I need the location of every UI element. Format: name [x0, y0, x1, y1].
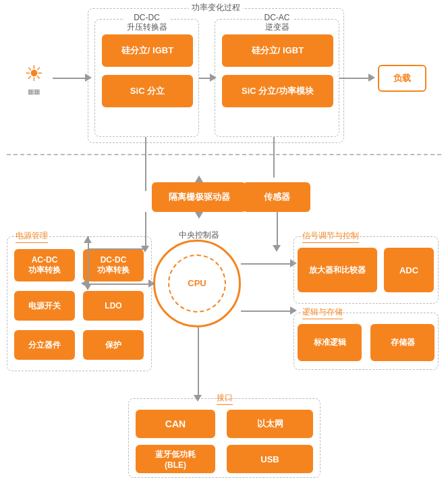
interface-ble: 蓝牙低功耗(BLE)	[136, 445, 215, 473]
pm-box-acdc: AC-DC功率转换	[14, 249, 75, 281]
dc-ac-box1: 硅分立/ IGBT	[222, 34, 333, 67]
power-mgmt-container: 电源管理 AC-DC功率转换 DC-DC功率转换 电源开关 LDO 分立器件 保…	[7, 236, 152, 371]
cpu-circle: CPU	[153, 240, 241, 327]
arrowhead-gate-pm	[141, 246, 149, 252]
power-conversion-label: 功率变化过程	[189, 2, 243, 14]
logic-storage-box: 存储器	[370, 324, 435, 361]
dc-dc-box2: SiC 分立	[102, 75, 193, 107]
load-box: 负载	[378, 65, 426, 92]
arrow-v-left-down	[145, 137, 146, 191]
dc-dc-box1: 硅分立/ IGBT	[102, 34, 193, 67]
arrow-gate-pm	[145, 212, 146, 249]
arrowhead-gate-up	[195, 176, 203, 182]
pm-box-dcdc: DC-DC功率转换	[83, 249, 144, 281]
arrow-cpu-logic	[241, 310, 295, 312]
dc-ac-container: DC-AC逆变器 硅分立/ IGBT SiC 分立/功率模块	[215, 19, 339, 137]
arrow-sensor-down	[277, 212, 278, 249]
arrow-pm-left-v	[88, 236, 89, 287]
dc-dc-container: DC-DC升压转换器 硅分立/ IGBT SiC 分立	[94, 19, 199, 137]
pm-box-ldo: LDO	[83, 291, 144, 321]
arrow-gate-pm-h	[88, 248, 145, 250]
arrow-v-right-down	[273, 137, 275, 178]
logic-container: 逻辑与存储 标准逻辑 存储器	[293, 313, 439, 370]
power-mgmt-label: 电源管理	[16, 230, 48, 243]
arrowhead-dcdc-dcac	[210, 74, 217, 82]
logic-std-box: 标准逻辑	[298, 324, 362, 361]
arrowhead-solar-dc	[85, 74, 92, 82]
arrow-cpu-interface	[198, 327, 199, 398]
gate-driver-box: 隔离栅极驱动器	[152, 182, 246, 212]
separator-line	[7, 154, 441, 155]
signal-amp-box: 放大器和比较器	[298, 248, 377, 292]
arrowhead-sensor-cpu	[273, 245, 281, 252]
signal-container: 信号调节与控制 放大器和比较器 ADC	[293, 236, 439, 304]
interface-usb: USB	[227, 445, 313, 473]
pm-box-protect: 保护	[83, 330, 144, 360]
pm-box-discrete: 分立器件	[14, 330, 75, 360]
arrowhead-dcac-load	[368, 74, 375, 82]
interface-eth: 以太网	[227, 410, 313, 438]
cpu-inner: CPU	[168, 254, 227, 313]
arrowhead-cpu-interface	[194, 395, 202, 402]
signal-label: 信号调节与控制	[302, 230, 359, 243]
arrowhead-gate-down	[195, 212, 203, 219]
cpu-label: CPU	[188, 278, 206, 288]
interface-container: 接口 CAN 以太网 蓝牙低功耗(BLE) USB	[128, 398, 320, 478]
arrowhead-pm-up	[84, 236, 92, 243]
pm-box-switch: 电源开关	[14, 291, 75, 321]
main-diagram: 功率变化过程 DC-DC升压转换器 硅分立/ IGBT SiC 分立 DC-AC…	[0, 0, 448, 486]
interface-label: 接口	[217, 392, 233, 405]
arrowhead-pm-left	[84, 284, 92, 290]
dc-ac-label: DC-AC逆变器	[262, 13, 293, 32]
logic-label: 逻辑与存储	[302, 306, 343, 319]
solar-icon: ☀ ▦▦	[13, 61, 54, 95]
signal-adc-box: ADC	[384, 248, 434, 292]
dc-ac-box2: SiC 分立/功率模块	[222, 75, 333, 107]
sensor-box: 传感器	[243, 182, 310, 212]
arrow-solar-dc	[53, 78, 90, 79]
interface-can: CAN	[136, 410, 215, 438]
arrow-cpu-sig	[241, 263, 295, 265]
dc-dc-label: DC-DC升压转换器	[124, 13, 170, 32]
